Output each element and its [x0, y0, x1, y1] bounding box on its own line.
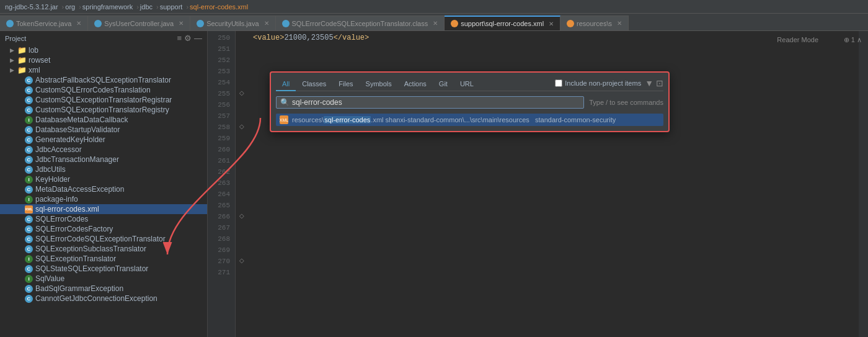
- tab-resources[interactable]: resources\s ✕: [560, 16, 629, 30]
- sidebar-item-GeneratedKeyHolder[interactable]: C GeneratedKeyHolder: [0, 135, 207, 145]
- code-line-262: [253, 166, 854, 177]
- sidebar-item-MetaDataAccessException[interactable]: C MetaDataAccessException: [0, 184, 207, 194]
- tab-sqlerrorcodesxml[interactable]: support\sql-error-codes.xml ✕: [445, 16, 560, 30]
- code-line-250: <value>21000,23505</value>: [253, 32, 854, 43]
- tab-close-icon[interactable]: ✕: [433, 20, 438, 27]
- code-line-266: [253, 211, 854, 222]
- class-icon: C: [25, 245, 33, 253]
- search-tab-git[interactable]: Git: [433, 78, 454, 91]
- java-icon: [197, 20, 204, 27]
- item-label: SQLExceptionSubclassTranslator: [35, 245, 146, 253]
- sidebar-item-package-info[interactable]: I package-info: [0, 194, 207, 204]
- gutter: ◇ ◇ ◇ ◇: [236, 31, 248, 337]
- search-tab-all[interactable]: All: [276, 78, 296, 91]
- sidebar-item-DatabaseMetaDataCallback[interactable]: I DatabaseMetaDataCallback: [0, 115, 207, 125]
- class-icon: C: [25, 225, 33, 233]
- breadcrumb-jdbc: jdbc: [140, 3, 153, 11]
- sidebar-item-SQLErrorCodeSQLExceptionTranslator[interactable]: C SQLErrorCodeSQLExceptionTranslator: [0, 234, 207, 244]
- tab-securityutils[interactable]: SecurityUtils.java ✕: [190, 16, 275, 30]
- item-label: xml: [29, 66, 40, 74]
- search-tab-symbols[interactable]: Symbols: [360, 78, 398, 91]
- class-icon: C: [25, 96, 33, 104]
- tab-close-icon[interactable]: ✕: [179, 20, 184, 27]
- expand-icon[interactable]: ⊡: [656, 78, 663, 88]
- sidebar-item-SQLExceptionTranslator[interactable]: I SQLExceptionTranslator: [0, 254, 207, 264]
- class-icon: C: [25, 235, 33, 243]
- sidebar: Project ≡ ⚙ — ▶ 📁 lob ▶ 📁 rowset ▶ 📁 xml…: [0, 31, 208, 337]
- sidebar-item-DatabaseStartupValidator[interactable]: C DatabaseStartupValidator: [0, 125, 207, 135]
- sidebar-item-JdbcTransactionManager[interactable]: C JdbcTransactionManager: [0, 155, 207, 164]
- class-icon: C: [25, 106, 33, 114]
- filter-icons: ▼ ⊡: [645, 78, 663, 88]
- tab-close-icon[interactable]: ✕: [264, 20, 269, 27]
- tab-label: SysUserController.java: [104, 20, 174, 27]
- tab-close-icon[interactable]: ✕: [549, 20, 554, 27]
- search-tab-classes[interactable]: Classes: [296, 78, 332, 91]
- folder-icon: 📁: [17, 66, 26, 74]
- include-nonproj-label: Include non-project items: [565, 79, 641, 87]
- sidebar-item-BadSqlGrammarException[interactable]: C BadSqlGrammarException: [0, 284, 207, 294]
- sidebar-header: Project ≡ ⚙ —: [0, 31, 207, 45]
- reader-mode-label[interactable]: Reader Mode: [777, 36, 818, 43]
- search-tab-files[interactable]: Files: [332, 78, 359, 91]
- class-icon: C: [25, 156, 33, 164]
- breadcrumb-support: support: [160, 3, 183, 11]
- sidebar-item-KeyHolder[interactable]: I KeyHolder: [0, 174, 207, 184]
- sidebar-item-SqlValue[interactable]: I SqlValue: [0, 274, 207, 284]
- item-label: MetaDataAccessException: [35, 185, 124, 194]
- interface-icon: I: [25, 275, 33, 283]
- page-number: ⊕ 1 ∧: [844, 36, 862, 44]
- tab-tokenservice[interactable]: TokenService.java ✕: [0, 16, 88, 30]
- sidebar-item-lob[interactable]: ▶ 📁 lob: [0, 45, 207, 55]
- search-tab-url[interactable]: URL: [454, 78, 480, 91]
- search-tab-actions[interactable]: Actions: [398, 78, 433, 91]
- class-icon: C: [25, 215, 33, 223]
- tab-close-icon[interactable]: ✕: [617, 20, 622, 27]
- sidebar-item-AbstractFallback[interactable]: C AbstractFallbackSQLExceptionTranslator: [0, 75, 207, 85]
- sidebar-item-SQLStateSQLExceptionTranslator[interactable]: C SQLStateSQLExceptionTranslator: [0, 264, 207, 274]
- sidebar-item-CustomSQLExceptionTranslatorRegistrar[interactable]: C CustomSQLExceptionTranslatorRegistrar: [0, 95, 207, 105]
- sidebar-item-CustomSQLExceptionTranslatorRegistry[interactable]: C CustomSQLExceptionTranslatorRegistry: [0, 105, 207, 115]
- sidebar-item-xml[interactable]: ▶ 📁 xml: [0, 65, 207, 75]
- item-label: CustomSQLErrorCodesTranslation: [35, 86, 151, 94]
- collapse-icon[interactable]: ≡: [177, 34, 182, 43]
- result-path-prefix: resources\: [292, 116, 324, 124]
- tab-sqlerrorcode[interactable]: SQLErrorCodeSQLExceptionTranslator.class…: [276, 16, 445, 30]
- search-result-item[interactable]: XML resources\sql-error-codes.xml shanxi…: [276, 114, 663, 126]
- item-label: SQLStateSQLExceptionTranslator: [35, 264, 148, 273]
- breadcrumb-springframework: springframework: [82, 3, 133, 11]
- item-label: rowset: [29, 56, 50, 65]
- search-input[interactable]: [292, 98, 580, 107]
- tab-sysusercontroller[interactable]: SysUserController.java ✕: [88, 16, 190, 30]
- breadcrumb-jar: ng-jdbc-5.3.12.jar: [5, 3, 58, 11]
- sidebar-item-SQLErrorCodes[interactable]: C SQLErrorCodes: [0, 214, 207, 224]
- sidebar-item-SQLErrorCodesFactory[interactable]: C SQLErrorCodesFactory: [0, 224, 207, 234]
- tab-close-icon[interactable]: ✕: [76, 20, 81, 27]
- tab-label: SecurityUtils.java: [206, 20, 259, 27]
- sidebar-item-rowset[interactable]: ▶ 📁 rowset: [0, 55, 207, 65]
- gutter-marker: ◇: [239, 257, 244, 264]
- sidebar-item-CannotGetJdbcConnectionException[interactable]: C CannotGetJdbcConnectionException: [0, 294, 207, 303]
- settings-icon[interactable]: ⚙: [184, 34, 192, 43]
- include-nonproj-checkbox[interactable]: [555, 79, 562, 87]
- interface-icon: I: [25, 255, 33, 263]
- sidebar-item-CustomSQLErrorCodesTranslation[interactable]: C CustomSQLErrorCodesTranslation: [0, 85, 207, 95]
- java-icon: [94, 20, 102, 27]
- tab-label: TokenService.java: [16, 20, 71, 27]
- sidebar-item-JdbcAccessor[interactable]: C JdbcAccessor: [0, 145, 207, 155]
- search-overlay: All Classes Files Symbols Actions Git UR…: [270, 71, 670, 132]
- close-sidebar-icon[interactable]: —: [194, 34, 202, 43]
- xml-icon: [567, 20, 574, 27]
- right-scrollbar[interactable]: [859, 31, 868, 337]
- sidebar-item-SQLExceptionSubclassTranslator[interactable]: C SQLExceptionSubclassTranslator: [0, 244, 207, 254]
- class-icon: C: [25, 186, 33, 194]
- item-label: AbstractFallbackSQLExceptionTranslator: [35, 76, 171, 84]
- item-label: sql-error-codes.xml: [35, 205, 99, 213]
- sidebar-item-sql-error-codes-xml[interactable]: XML sql-error-codes.xml: [0, 204, 207, 214]
- filter-icon[interactable]: ▼: [645, 78, 653, 88]
- code-line-252: [253, 55, 854, 66]
- collapse-arrow: ▶: [10, 57, 17, 63]
- sidebar-item-JdbcUtils[interactable]: C JdbcUtils: [0, 164, 207, 174]
- search-tabs: All Classes Files Symbols Actions Git UR…: [276, 78, 663, 91]
- class-icon: [282, 20, 290, 27]
